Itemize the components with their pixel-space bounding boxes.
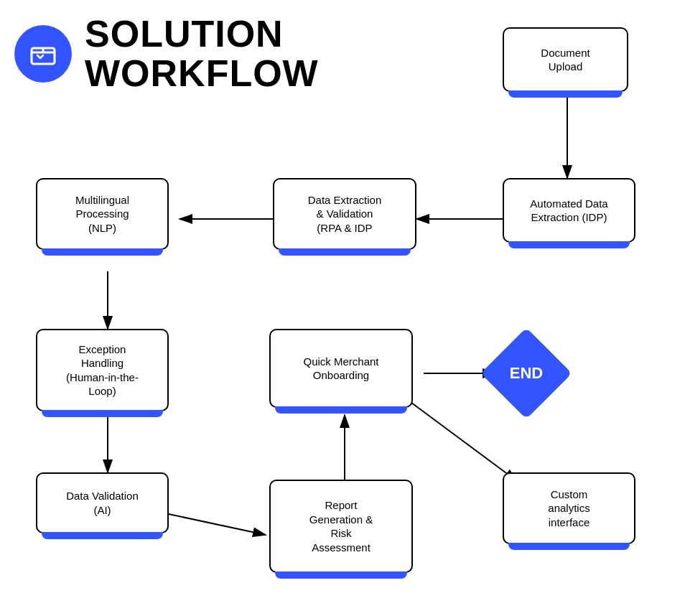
custom-analytics-box: Custom analytics interface (503, 472, 635, 544)
diagram: SOLUTION WORKFLOW Document Upload (0, 0, 685, 616)
header-title: SOLUTION WORKFLOW (85, 14, 319, 93)
report-generation-box: Report Generation & Risk Assessment (269, 480, 413, 573)
document-upload-box: Document Upload (503, 27, 628, 92)
quick-merchant-box: Quick Merchant Onboarding (269, 329, 413, 408)
data-extraction-box: Data Extraction & Validation (RPA & IDP (273, 178, 416, 250)
logo-circle (14, 25, 72, 83)
end-label: END (510, 364, 543, 383)
multilingual-box: Multilingual Processing (NLP) (36, 178, 169, 250)
data-validation-box: Data Validation (AI) (36, 472, 169, 533)
end-wrapper: END (494, 341, 559, 406)
header-logo: SOLUTION WORKFLOW (14, 14, 319, 93)
svg-line-7 (165, 513, 266, 535)
exception-handling-box: Exception Handling (Human-in-the- Loop) (36, 329, 169, 411)
svg-line-10 (406, 398, 517, 481)
automated-extraction-box: Automated Data Extraction (IDP) (503, 178, 635, 243)
